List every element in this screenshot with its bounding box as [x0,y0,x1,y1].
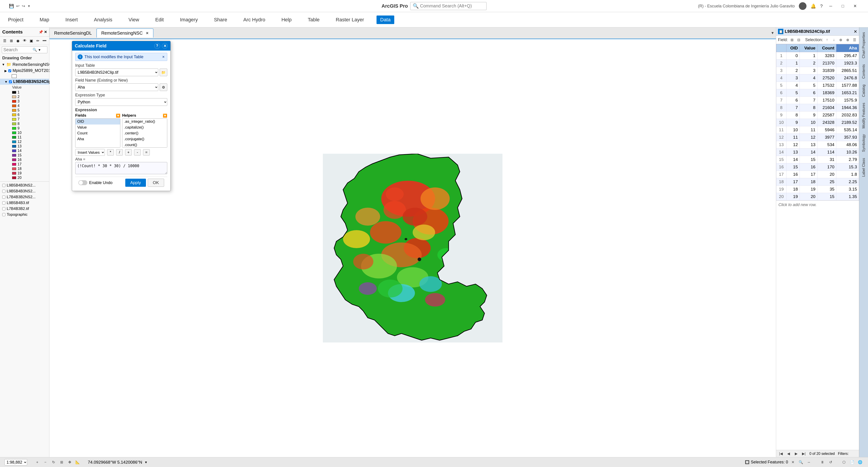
contents-filter-icon[interactable]: ▼ [38,48,41,52]
table-row[interactable]: 18 17 18 25 2.25 [776,178,859,186]
page-layout-btn[interactable]: 📄 [849,459,856,465]
table-row[interactable]: 1 0 1 3283 295.47 [776,52,859,60]
field-name-settings-btn[interactable]: ⚙ [160,83,167,91]
attr-table-body[interactable]: OID Value Count Aha 1 0 1 3283 295.47 2 … [776,44,859,450]
prev-page-btn[interactable]: ◀ [785,450,792,457]
selection-btn[interactable]: ▣ [28,37,34,44]
layer-topographic-checkbox[interactable] [2,213,5,216]
ok-button[interactable]: OK [148,179,164,187]
attr-table-close-icon[interactable]: ✕ [854,29,857,34]
minimize-button[interactable]: ─ [827,2,835,10]
last-page-btn[interactable]: ▶| [800,450,807,457]
scene-view-btn[interactable]: 🌐 [857,459,864,465]
helper-count[interactable]: .count() [122,142,167,148]
field-count[interactable]: Count [75,130,120,136]
table-row[interactable]: 17 16 17 20 1.8 [776,171,859,178]
tab-data[interactable]: Data [376,16,394,24]
tab-insert[interactable]: Insert [62,16,81,24]
field-aha[interactable]: Aha [75,136,120,142]
layout-view-btn[interactable]: ⬡ [841,459,847,465]
field-value[interactable]: Value [75,124,120,130]
tab-table[interactable]: Table [304,16,323,24]
tab-edit[interactable]: Edit [152,16,167,24]
grid-btn[interactable]: ⊞ [58,459,65,465]
tab-help[interactable]: Help [278,16,295,24]
layer-l7-1-checkbox[interactable] [2,196,5,199]
op-subtract[interactable]: - [134,149,141,155]
zoom-in-btn[interactable]: + [34,459,41,465]
helper-conjugate[interactable]: .conjugate() [122,136,167,142]
quick-access-icon[interactable]: 💾 [9,4,14,8]
pan-to-selection-btn[interactable]: ↔ [806,459,812,465]
tab-imagery[interactable]: Imagery [176,16,201,24]
layer-l9-tif[interactable]: L9B5B4B3.tif [0,200,49,206]
table-row[interactable]: 14 13 14 114 10.26 [776,149,859,156]
col-header-value[interactable]: Value [800,44,817,52]
helpers-list[interactable]: .as_integer_ratio() .capitalize() .cente… [122,118,167,148]
helper-as-integer-ratio[interactable]: .as_integer_ratio() [122,119,167,124]
right-tab-catalog[interactable]: Catalog [860,82,867,99]
undo-icon[interactable]: ↩ [16,4,20,8]
table-row[interactable]: 15 14 15 31 2.79 [776,156,859,164]
sel-btn-4[interactable]: ⊗ [845,37,850,43]
field-name-select[interactable]: Aha [75,83,158,91]
enable-undo-toggle[interactable] [79,180,87,185]
dialog-close-button[interactable]: ✕ [162,43,168,49]
coordinates-dropdown-icon[interactable]: ▼ [144,461,148,464]
table-row[interactable]: 5 4 5 17532 1577.88 [776,82,859,89]
layer-l9-tif-checkbox[interactable] [2,201,5,205]
op-multiply[interactable]: * [107,149,114,155]
fields-list[interactable]: OID Value Count Aha [75,118,120,148]
op-divide[interactable]: / [116,149,123,155]
pin-icon[interactable]: 📌 [39,30,43,34]
table-row[interactable]: 10 9 10 24328 2189.52 [776,119,859,126]
sel-btn-1[interactable]: ↑ [824,37,830,43]
measure-btn[interactable]: 📐 [74,459,81,465]
helpers-filter-icon[interactable]: 🔽 [163,114,167,118]
add-new-row[interactable]: Click to add new row. [776,201,859,209]
tab-remote-sensing-dl[interactable]: RemoteSensingDL [50,29,97,37]
layer-mpio-checkbox[interactable] [8,69,11,72]
notification-icon[interactable]: 🔔 [810,3,816,9]
input-table-browse-btn[interactable]: 📁 [160,68,167,76]
tab-raster-layer[interactable]: Raster Layer [332,16,368,24]
helper-center[interactable]: .center() [122,130,167,136]
visibility-btn[interactable]: 👁 [22,37,28,44]
table-row[interactable]: 3 2 3 31839 2865.51 [776,67,859,75]
zoom-to-selection-btn[interactable]: 🔍 [798,459,804,465]
layer-mpio[interactable]: ▶ Mpio25899_MOT2013 [0,68,49,74]
dialog-help-button[interactable]: ? [154,43,160,49]
pause-btn[interactable]: ⏸ [819,459,826,465]
right-tab-chart-properties[interactable]: Chart Properties [860,30,867,61]
layer-l7-tif[interactable]: L7B4B3B2.tif [0,206,49,212]
edit-btn[interactable]: ✏ [35,37,41,44]
maximize-button[interactable]: □ [839,2,847,10]
info-close-icon[interactable]: ✕ [162,55,165,59]
tab-analysis[interactable]: Analysis [90,16,116,24]
source-btn[interactable]: ◉ [15,37,21,44]
dropdown-icon[interactable]: ▼ [27,4,31,8]
field-oid[interactable]: OID [75,119,120,124]
expression-type-select[interactable]: Python [75,98,167,106]
field-btn-2[interactable]: ⊟ [796,37,802,43]
col-header-aha[interactable]: Aha [836,44,859,52]
contents-search-input[interactable] [3,47,33,52]
rotate-btn[interactable]: ↻ [50,459,57,465]
apply-button[interactable]: Apply [125,179,146,187]
tab-close-icon[interactable]: ✕ [146,31,149,35]
table-row[interactable]: 8 7 8 21604 1944.36 [776,104,859,112]
layer-l7-tif-checkbox[interactable] [2,207,5,210]
right-tab-symbology[interactable]: Symbology [860,132,867,154]
layer-l9-2-checkbox[interactable] [2,184,5,187]
redo-icon[interactable]: ↪ [22,4,25,8]
layer-l9-checkbox[interactable] [9,80,12,83]
right-tab-label-class[interactable]: Label Class [860,155,867,179]
command-search[interactable]: 🔍 [410,2,487,10]
command-search-input[interactable] [420,3,478,8]
contents-search-box[interactable]: 🔍 ▼ [2,46,48,53]
input-table-select[interactable]: L9B5B4B3NS24Clip.tif [75,68,158,76]
table-row[interactable]: 19 18 19 35 3.15 [776,186,859,193]
table-row[interactable]: 9 8 9 22587 2032.83 [776,112,859,119]
right-tab-modify-features[interactable]: Modify Features [860,100,867,131]
layer-l9-2[interactable]: L9B5B4B3NS2... [0,182,49,188]
